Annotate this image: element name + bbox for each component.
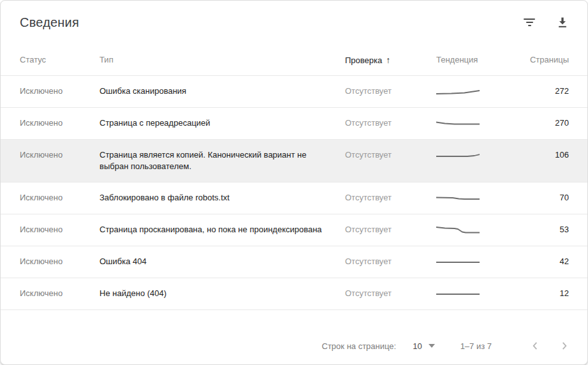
details-card: Сведения Статус Тип Проверка↑ Тенденция …: [0, 0, 588, 365]
chevron-left-icon: [528, 339, 542, 353]
column-header-status[interactable]: Статус: [20, 55, 99, 64]
column-header-pages[interactable]: Страницы: [506, 55, 569, 64]
row-trend: [436, 149, 506, 161]
row-trend: [436, 192, 506, 204]
row-pages: 12: [506, 288, 569, 299]
filter-icon: [524, 19, 535, 26]
row-status: Исключено: [20, 86, 99, 97]
row-verification: Отсутствует: [345, 288, 436, 299]
row-type: Страница просканирована, но пока не прои…: [99, 224, 345, 235]
row-pages: 106: [506, 149, 569, 161]
row-verification: Отсутствует: [345, 149, 436, 161]
trend-sparkline-icon: [436, 117, 480, 130]
row-type: Заблокировано в файле robots.txt: [99, 192, 345, 204]
row-trend: [436, 256, 506, 268]
row-status: Исключено: [20, 224, 99, 235]
page-range-label: 1–7 из 7: [460, 341, 492, 351]
trend-sparkline-icon: [436, 85, 480, 98]
trend-sparkline-icon: [436, 149, 480, 161]
row-type: Не найдено (404): [99, 288, 345, 299]
row-pages: 53: [506, 224, 569, 235]
row-pages: 270: [506, 117, 569, 129]
row-pages: 70: [506, 192, 569, 204]
table-row[interactable]: Исключено Страница просканирована, но по…: [1, 214, 587, 246]
row-trend: [436, 117, 506, 130]
row-type: Страница является копией. Канонический в…: [99, 149, 345, 172]
row-status: Исключено: [20, 288, 99, 299]
titlebar: Сведения: [1, 1, 587, 44]
table-row[interactable]: Исключено Ошибка 404 Отсутствует 42: [1, 246, 587, 278]
row-status: Исключено: [20, 192, 99, 204]
column-header-type[interactable]: Тип: [99, 55, 345, 64]
column-header-verification[interactable]: Проверка↑: [345, 55, 436, 65]
table-body: Исключено Ошибка сканирования Отсутствуе…: [1, 76, 587, 310]
trend-sparkline-icon: [436, 223, 480, 236]
rows-per-page-label: Строк на странице:: [322, 341, 397, 351]
row-trend: [436, 224, 506, 236]
trend-sparkline-icon: [436, 287, 480, 300]
row-trend: [436, 288, 506, 300]
row-verification: Отсутствует: [345, 224, 436, 235]
rows-per-page-value[interactable]: 10: [413, 341, 422, 351]
table-row[interactable]: Исключено Страница с переадресацией Отсу…: [1, 108, 587, 140]
row-pages: 42: [506, 256, 569, 267]
row-pages: 272: [506, 86, 569, 97]
row-verification: Отсутствует: [345, 86, 436, 97]
previous-page-button[interactable]: [526, 337, 544, 355]
download-button[interactable]: [554, 14, 571, 31]
table-header-row: Статус Тип Проверка↑ Тенденция Страницы: [1, 44, 587, 76]
page-title: Сведения: [20, 15, 504, 30]
row-verification: Отсутствует: [345, 256, 436, 267]
row-verification: Отсутствует: [345, 192, 436, 204]
table-row[interactable]: Исключено Страница является копией. Кано…: [1, 140, 587, 182]
row-status: Исключено: [20, 149, 99, 161]
row-type: Ошибка 404: [99, 256, 345, 267]
column-header-trend[interactable]: Тенденция: [436, 55, 506, 64]
dropdown-arrow-icon[interactable]: [429, 344, 435, 348]
trend-sparkline-icon: [436, 191, 480, 204]
row-verification: Отсутствует: [345, 117, 436, 129]
row-type: Ошибка сканирования: [99, 86, 345, 97]
table-row[interactable]: Исключено Заблокировано в файле robots.t…: [1, 182, 587, 214]
row-status: Исключено: [20, 256, 99, 267]
row-type: Страница с переадресацией: [99, 117, 345, 129]
pagination-bar: Строк на странице: 10 1–7 из 7: [1, 327, 587, 364]
chevron-right-icon: [557, 339, 571, 353]
table-row[interactable]: Исключено Ошибка сканирования Отсутствуе…: [1, 76, 587, 108]
sort-ascending-icon: ↑: [386, 55, 390, 65]
trend-sparkline-icon: [436, 255, 480, 268]
download-icon: [556, 16, 569, 29]
next-page-button[interactable]: [555, 337, 573, 355]
row-trend: [436, 86, 506, 98]
row-status: Исключено: [20, 117, 99, 129]
table-row[interactable]: Исключено Не найдено (404) Отсутствует 1…: [1, 278, 587, 310]
filter-button[interactable]: [521, 14, 538, 31]
